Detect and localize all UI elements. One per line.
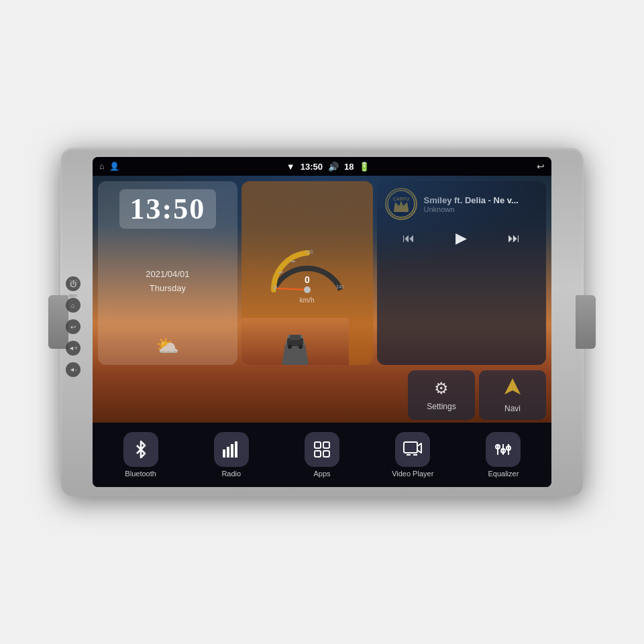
side-controls: MIC RST ⏻ ⌂ ↩ ◄+ ◄-: [66, 267, 80, 377]
mic-label: MIC: [70, 279, 78, 284]
equalizer-icon-box: [486, 432, 521, 467]
svg-point-5: [288, 345, 292, 349]
svg-text:0: 0: [273, 284, 276, 289]
back-status-icon[interactable]: ↩: [537, 161, 545, 172]
settings-widget[interactable]: ⚙ Settings: [408, 370, 475, 420]
music-artist: Unknown: [424, 205, 538, 213]
music-title: Smiley ft. Delia - Ne v...: [424, 195, 538, 205]
music-controls: ⏮ ▶ ⏭: [385, 224, 538, 252]
status-time: 13:50: [301, 162, 323, 172]
speedometer-dial: 0 0 240 120: [264, 243, 351, 297]
car-unit: MIC RST ⏻ ⌂ ↩ ◄+ ◄- ⌂ 👤 ▼ 13:50 🔊 18 🔋 ↩: [60, 148, 584, 496]
status-bar: ⌂ 👤 ▼ 13:50 🔊 18 🔋 ↩: [93, 157, 551, 176]
home-icon[interactable]: ⌂: [99, 162, 104, 171]
clock-time: 13:50: [119, 189, 217, 229]
video-player-label: Video Player: [392, 470, 433, 478]
svg-text:240: 240: [336, 284, 344, 289]
svg-rect-4: [290, 335, 301, 340]
next-button[interactable]: ⏭: [502, 229, 525, 248]
speedo-unit: km/h: [300, 297, 315, 304]
widgets-row: 13:50 2021/04/01 Thursday ⛅: [93, 176, 551, 368]
svg-line-13: [277, 288, 307, 290]
svg-rect-27: [235, 441, 237, 458]
svg-rect-30: [315, 451, 321, 457]
svg-rect-31: [323, 451, 329, 457]
navi-widget[interactable]: Navi: [479, 370, 546, 420]
app-item-equalizer[interactable]: Equalizer: [458, 428, 549, 482]
svg-rect-26: [231, 444, 233, 458]
status-left: ⌂ 👤: [99, 162, 119, 171]
svg-point-6: [299, 345, 303, 349]
back-button[interactable]: ↩: [66, 319, 80, 334]
prev-button[interactable]: ⏮: [397, 229, 420, 248]
navi-label: Navi: [504, 404, 521, 413]
volume-icon: 🔊: [328, 162, 339, 172]
svg-text:0: 0: [305, 274, 310, 285]
music-widget[interactable]: CARFU Smiley ft. Delia - Ne v... Unknown: [377, 181, 546, 365]
wifi-icon: ▼: [286, 162, 295, 172]
svg-rect-32: [404, 442, 417, 453]
svg-point-14: [304, 286, 311, 293]
app-bar: Bluetooth Radio: [93, 423, 551, 487]
svg-rect-28: [315, 442, 321, 448]
app-item-apps[interactable]: Apps: [276, 428, 367, 482]
speedometer-widget[interactable]: 0 0 240 120 km/h: [241, 181, 373, 365]
screen: ⌂ 👤 ▼ 13:50 🔊 18 🔋 ↩ 13:50: [93, 157, 551, 487]
settings-icon: ⚙: [434, 379, 449, 398]
volume-value: 18: [344, 162, 354, 172]
bluetooth-label: Bluetooth: [125, 470, 156, 478]
settings-label: Settings: [427, 402, 455, 411]
bluetooth-icon-box: [123, 432, 158, 467]
person-icon: 👤: [109, 162, 119, 171]
music-logo: CARFU: [385, 188, 417, 220]
svg-marker-23: [504, 378, 521, 394]
home-button[interactable]: ⌂: [66, 298, 80, 313]
apps-icon-box: [305, 432, 339, 467]
svg-rect-24: [223, 449, 225, 458]
equalizer-label: Equalizer: [488, 470, 519, 478]
music-top: CARFU Smiley ft. Delia - Ne v... Unknown: [385, 188, 538, 220]
app-item-radio[interactable]: Radio: [186, 428, 276, 482]
status-center: ▼ 13:50 🔊 18 🔋: [286, 162, 370, 172]
svg-text:CARFU: CARFU: [392, 197, 409, 201]
vol-up-button[interactable]: ◄+: [66, 341, 80, 356]
main-content: 13:50 2021/04/01 Thursday ⛅: [93, 176, 551, 423]
bracket-right: [576, 295, 596, 349]
rst-label: RST: [69, 294, 77, 298]
vol-down-button[interactable]: ◄-: [66, 362, 80, 377]
svg-rect-29: [323, 442, 329, 448]
radio-icon-box: [214, 432, 249, 467]
svg-rect-25: [227, 447, 229, 458]
play-button[interactable]: ▶: [450, 227, 472, 250]
svg-marker-1: [282, 345, 309, 365]
settings-row: ⚙ Settings Navi: [93, 368, 551, 423]
apps-label: Apps: [313, 470, 330, 478]
video-icon-box: [395, 432, 430, 467]
svg-rect-22: [394, 210, 409, 212]
svg-text:120: 120: [305, 250, 313, 254]
battery-icon: 🔋: [359, 162, 370, 172]
clock-widget[interactable]: 13:50 2021/04/01 Thursday ⛅: [98, 181, 237, 365]
clock-date: 2021/04/01 Thursday: [146, 268, 189, 296]
music-info: Smiley ft. Delia - Ne v... Unknown: [424, 195, 538, 213]
navi-icon: [503, 377, 522, 400]
app-item-bluetooth[interactable]: Bluetooth: [95, 428, 186, 482]
radio-label: Radio: [221, 470, 241, 478]
status-right: ↩: [537, 161, 545, 172]
weather-icon: ⛅: [156, 335, 179, 357]
app-item-video[interactable]: Video Player: [368, 428, 458, 482]
